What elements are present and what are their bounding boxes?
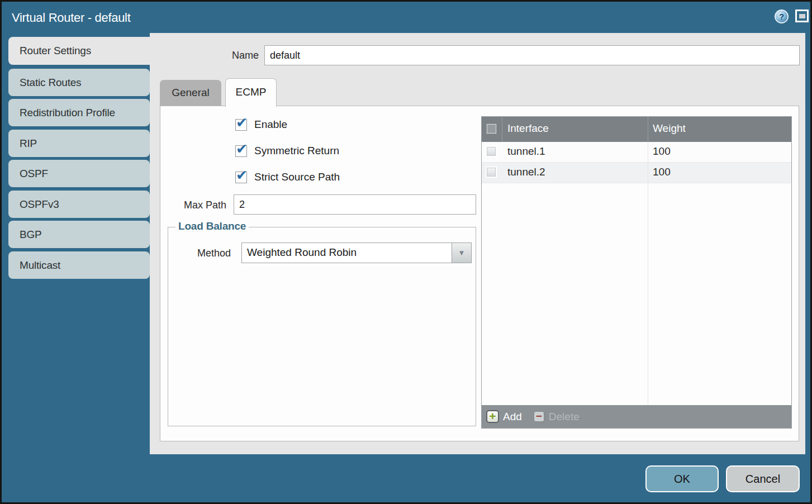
method-value: Weighted Round Robin (242, 243, 452, 263)
add-button[interactable]: + Add (486, 410, 522, 423)
column-divider (648, 142, 648, 406)
method-dropdown[interactable]: Weighted Round Robin ▼ (241, 243, 472, 263)
name-label: Name (200, 50, 259, 61)
cancel-button[interactable]: Cancel (726, 465, 800, 492)
chevron-down-icon[interactable]: ▼ (452, 243, 471, 263)
strict-source-path-label: Strict Source Path (254, 171, 340, 183)
row-checkbox[interactable] (487, 147, 496, 156)
window-icon[interactable] (795, 9, 809, 22)
interface-cell: tunnel.1 (507, 145, 545, 158)
checkmark-icon: ✔ (236, 141, 248, 157)
sidebar-item-bgp[interactable]: BGP (8, 221, 150, 248)
checkmark-icon: ✔ (236, 115, 248, 131)
table-header: Interface Weight (482, 117, 791, 142)
load-balance-legend: Load Balance (175, 220, 249, 232)
header-divider (502, 117, 502, 142)
window-icon-inner (799, 14, 805, 18)
sidebar-item-router-settings[interactable]: Router Settings (8, 37, 151, 65)
weight-column-header: Weight (653, 122, 686, 135)
table-row[interactable]: tunnel.2 100 (482, 163, 791, 183)
symmetric-return-checkbox[interactable]: ✔ (235, 145, 247, 157)
header-divider (648, 117, 648, 142)
sidebar-item-rip[interactable]: RIP (8, 130, 150, 157)
enable-checkbox[interactable]: ✔ (235, 119, 247, 131)
interface-column-header: Interface (507, 122, 549, 135)
max-path-label: Max Path (167, 199, 226, 211)
sidebar-item-static-routes[interactable]: Static Routes (8, 69, 150, 96)
strict-source-path-checkbox-row: ✔ Strict Source Path (235, 171, 340, 183)
minus-icon: − (533, 411, 545, 422)
ecmp-panel: ✔ Enable ✔ Symmetric Return ✔ Strict Sou… (160, 106, 799, 441)
virtual-router-dialog: Virtual Router - default ? Router Settin… (0, 0, 812, 504)
delete-button[interactable]: − Delete (533, 411, 580, 423)
interface-table: Interface Weight tunnel.1 100 tunnel.2 1… (481, 116, 792, 429)
ok-button[interactable]: OK (645, 465, 719, 492)
max-path-input[interactable] (234, 194, 476, 215)
weight-cell: 100 (653, 145, 671, 158)
table-footer: + Add − Delete (482, 405, 791, 428)
sidebar-item-redistribution-profile[interactable]: Redistribution Profile (8, 99, 150, 126)
checkmark-icon: ✔ (236, 167, 248, 183)
select-all-checkbox[interactable] (487, 124, 496, 134)
symmetric-return-checkbox-row: ✔ Symmetric Return (235, 145, 339, 157)
table-row[interactable]: tunnel.1 100 (482, 142, 791, 163)
interface-cell: tunnel.2 (507, 166, 545, 178)
title-bar: Virtual Router - default ? (3, 3, 809, 33)
sidebar-item-ospfv3[interactable]: OSPFv3 (8, 191, 150, 218)
enable-checkbox-row: ✔ Enable (235, 118, 287, 131)
symmetric-return-label: Symmetric Return (254, 145, 339, 157)
sidebar-item-multicast[interactable]: Multicast (8, 251, 150, 279)
help-icon[interactable]: ? (775, 9, 789, 23)
method-label: Method (194, 248, 231, 259)
strict-source-path-checkbox[interactable]: ✔ (235, 172, 247, 183)
sidebar-item-ospf[interactable]: OSPF (8, 160, 150, 187)
tab-ecmp[interactable]: ECMP (225, 78, 277, 107)
name-input[interactable] (264, 45, 800, 65)
row-checkbox[interactable] (487, 168, 496, 177)
weight-cell: 100 (653, 166, 671, 178)
plus-icon: + (486, 410, 499, 423)
tab-general[interactable]: General (160, 80, 221, 106)
dialog-title: Virtual Router - default (12, 11, 131, 25)
enable-label: Enable (254, 118, 287, 131)
load-balance-group: Load Balance Method Weighted Round Robin… (168, 227, 476, 426)
